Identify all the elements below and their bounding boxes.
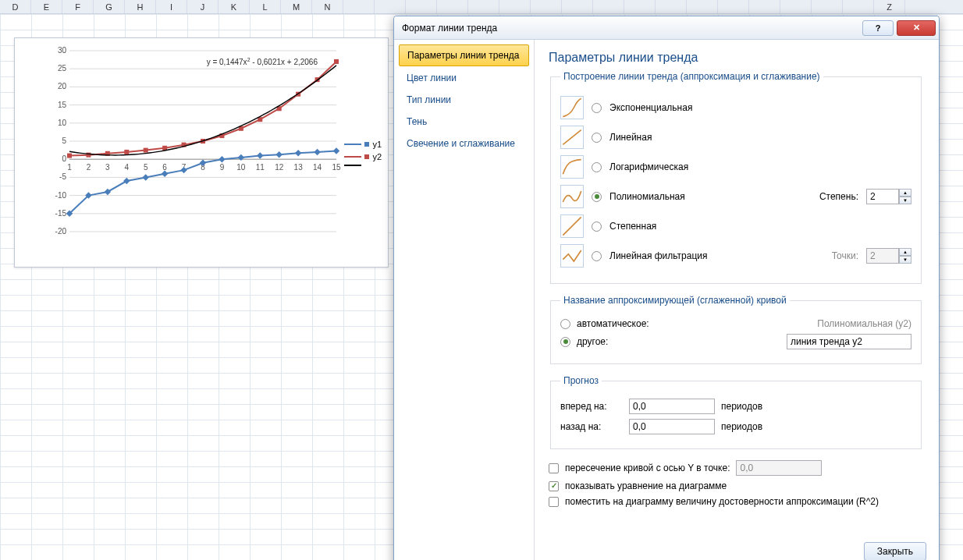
svg-text:12: 12: [275, 163, 284, 172]
svg-text:20: 20: [58, 82, 67, 90]
svg-rect-57: [144, 148, 148, 153]
svg-rect-42: [142, 174, 148, 180]
svg-text:-20: -20: [55, 227, 67, 236]
degree-input[interactable]: [866, 189, 899, 204]
nav-item-1[interactable]: Цвет линии: [399, 68, 529, 88]
svg-text:1: 1: [67, 163, 72, 172]
svg-rect-46: [219, 156, 225, 162]
svg-text:-10: -10: [55, 191, 67, 200]
svg-text:25: 25: [58, 64, 67, 73]
svg-text:-15: -15: [55, 209, 67, 218]
svg-rect-47: [238, 154, 244, 161]
svg-text:-5: -5: [59, 172, 66, 181]
svg-rect-40: [105, 189, 111, 195]
close-button[interactable]: Закрыть: [864, 542, 926, 560]
close-icon[interactable]: ✕: [897, 20, 936, 36]
check-show-equation[interactable]: [549, 481, 559, 491]
intercept-input: [736, 460, 822, 476]
svg-text:13: 13: [294, 163, 304, 172]
radio-power[interactable]: [592, 222, 602, 232]
pow-icon: [560, 214, 584, 238]
auto-name-value: Полиномиальная (y2): [817, 318, 911, 329]
nav-item-0[interactable]: Параметры линии тренда: [399, 44, 529, 66]
svg-rect-67: [334, 59, 339, 64]
group-name: Название аппроксимирующей (сглаженной) к…: [550, 295, 922, 364]
degree-spinner[interactable]: ▲▼: [899, 189, 911, 204]
svg-text:10: 10: [58, 119, 67, 127]
nav-item-2[interactable]: Тип линии: [399, 90, 529, 110]
svg-rect-49: [275, 151, 282, 158]
embedded-chart[interactable]: y = 0,1447x2 - 0,6021x + 2,2066 -20-15-1…: [14, 37, 389, 268]
custom-name-input[interactable]: [787, 334, 911, 349]
forecast-forward-input[interactable]: [629, 399, 715, 414]
lin-icon: [560, 126, 584, 149]
help-button[interactable]: ?: [862, 20, 894, 36]
poly-icon: [560, 185, 584, 208]
group-forecast: Прогноз вперед на: периодов назад на: пе…: [550, 375, 922, 449]
svg-text:10: 10: [236, 163, 246, 172]
svg-rect-51: [314, 149, 320, 155]
svg-text:5: 5: [144, 163, 148, 172]
points-input: [866, 248, 899, 264]
svg-rect-41: [123, 178, 130, 184]
svg-text:0: 0: [62, 154, 66, 163]
ma-icon: [560, 244, 584, 268]
log-icon: [560, 155, 584, 179]
radio-name-other[interactable]: [560, 337, 570, 347]
chart-legend: y1 y2: [344, 140, 382, 169]
radio-moving-average[interactable]: [592, 251, 602, 261]
radio-logarithmic[interactable]: [592, 162, 602, 172]
format-trendline-dialog: Формат линии тренда ? ✕ Параметры линии …: [393, 16, 940, 560]
dialog-nav: Параметры линии трендаЦвет линииТип лини…: [394, 40, 535, 560]
svg-text:3: 3: [105, 163, 110, 172]
svg-text:4: 4: [125, 163, 130, 172]
svg-text:14: 14: [313, 163, 322, 172]
svg-text:6: 6: [162, 163, 167, 172]
forecast-backward-input[interactable]: [629, 419, 715, 434]
dialog-title: Формат линии тренда: [402, 23, 497, 34]
radio-linear[interactable]: [592, 133, 602, 143]
svg-text:15: 15: [332, 163, 341, 172]
dialog-titlebar[interactable]: Формат линии тренда ? ✕: [394, 16, 939, 40]
svg-text:2: 2: [87, 163, 91, 172]
svg-rect-48: [257, 152, 263, 158]
svg-text:11: 11: [256, 163, 265, 172]
points-spinner: ▲▼: [899, 248, 911, 264]
svg-rect-53: [67, 154, 72, 158]
svg-text:30: 30: [58, 46, 67, 55]
svg-rect-50: [295, 150, 301, 156]
group-build: Построение линии тренда (аппроксимация и…: [550, 71, 922, 284]
dialog-content: Параметры линии тренда Построение линии …: [535, 40, 939, 560]
spreadsheet-grid: y = 0,1447x2 - 0,6021x + 2,2066 -20-15-1…: [0, 14, 963, 560]
nav-item-3[interactable]: Тень: [399, 112, 529, 132]
svg-text:15: 15: [58, 101, 67, 109]
radio-name-auto[interactable]: [560, 319, 570, 329]
svg-text:9: 9: [220, 163, 225, 172]
svg-rect-52: [333, 147, 339, 154]
radio-polynomial[interactable]: [592, 192, 602, 202]
column-headers: DEFGHIJKLMNZ: [0, 0, 963, 14]
radio-exponential[interactable]: [592, 103, 602, 113]
nav-item-4[interactable]: Свечение и сглаживание: [399, 133, 529, 154]
exp-icon: [560, 96, 584, 119]
svg-text:5: 5: [62, 136, 66, 145]
svg-rect-56: [124, 150, 129, 154]
check-intercept[interactable]: [549, 463, 559, 473]
check-show-r2[interactable]: [549, 497, 559, 507]
chart-plot: -20-15-10-5051015202530 1234567891011121…: [48, 46, 344, 249]
content-heading: Параметры линии тренда: [549, 51, 923, 65]
